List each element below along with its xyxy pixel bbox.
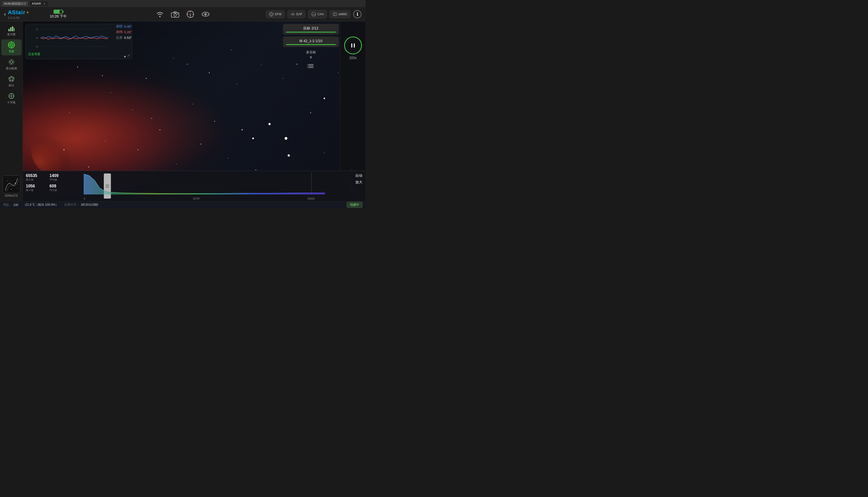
ra-label: 赤经 (116, 24, 122, 29)
zoom-button[interactable]: 放大 (355, 180, 363, 185)
svg-point-17 (270, 13, 272, 15)
temp-value: -21.9 ℃（制冷 100.0%） (24, 203, 58, 207)
histogram-x-labels: 0 32767 65535 (74, 197, 325, 200)
battery-time-section: 10:28 下午 (50, 10, 67, 19)
status-temp: -21.9 ℃（制冷 100.0%） (24, 203, 58, 207)
list-icon (307, 63, 314, 69)
main-content: 2" 0" -2" 正在导星 赤经 0.46" (23, 21, 366, 201)
svg-point-86 (88, 166, 89, 167)
compass-icon-btn[interactable] (186, 10, 195, 19)
expand-button[interactable]: ⤢ (127, 53, 130, 57)
tab-mumu[interactable]: MuMu模拟器12-2 (2, 1, 28, 6)
emmc-label: eMMC (339, 12, 348, 16)
guiding-overlay: 2" 0" -2" 正在导星 赤经 0.46" (25, 24, 132, 59)
pause-icon (350, 42, 356, 48)
tab-asiair[interactable]: ASIAIR ✕ (30, 1, 47, 5)
compass-icon (186, 10, 195, 19)
efw-badge[interactable]: EFW (266, 11, 284, 18)
avg-value-cell: 1409 平均值 (49, 173, 71, 183)
svg-point-60 (288, 154, 290, 157)
star-detect-label: 星点检测 (6, 67, 17, 70)
svg-point-95 (63, 149, 64, 150)
gain-label: 增益： (3, 203, 12, 207)
svg-point-93 (187, 64, 188, 65)
svg-rect-30 (9, 29, 10, 31)
svg-text:2": 2" (36, 28, 38, 31)
svg-rect-32 (12, 26, 13, 31)
svg-text:-2": -2" (35, 45, 38, 48)
hist-x-label-max: 65535 (308, 197, 315, 200)
avg-label: 平均值 (49, 178, 71, 182)
svg-point-84 (338, 72, 338, 73)
target-name: M 42_1-2 1/10 (299, 39, 322, 43)
ra-value-row: 赤经 0.46" (116, 24, 132, 29)
sidebar-item-histogram[interactable]: 直方图 (1, 23, 21, 38)
svg-point-55 (17, 188, 18, 188)
thumbnail-preview[interactable] (2, 175, 20, 193)
emmc-badge[interactable]: eMMC (330, 11, 350, 18)
svg-point-52 (8, 180, 8, 181)
info-button[interactable]: ℹ (353, 10, 362, 18)
logo-text: ASIair (8, 9, 26, 16)
capture-button[interactable]: 拍摄中 (347, 202, 363, 208)
svg-point-65 (111, 93, 111, 93)
list-view-button[interactable] (283, 61, 339, 71)
sidebar: 直方图 导星 星点检测 (0, 21, 23, 201)
svg-rect-31 (10, 27, 11, 31)
svg-text:CAA: CAA (311, 13, 316, 16)
camera-icon-btn[interactable] (171, 10, 180, 19)
svg-point-82 (283, 78, 283, 79)
svg-point-77 (137, 149, 138, 150)
crosshair-label: 十字线 (7, 101, 15, 104)
svg-rect-1 (171, 13, 179, 17)
svg-point-47 (9, 76, 14, 82)
total-value: 0.53" (124, 36, 132, 40)
sidebar-item-star-detect[interactable]: 星点检测 (1, 56, 21, 72)
annotate-label: 标注 (9, 84, 14, 87)
tab-close-btn[interactable]: ✕ (43, 2, 45, 5)
svg-point-66 (146, 78, 146, 79)
svg-point-0 (159, 16, 161, 17)
pause-button[interactable] (344, 37, 362, 54)
svg-point-61 (252, 138, 254, 139)
sidebar-item-annotate[interactable]: 标注 (1, 73, 21, 89)
telescope-icon-btn[interactable] (201, 10, 210, 19)
guiding-label: 导星 (9, 49, 14, 53)
star-indicator-dot (124, 56, 126, 57)
svg-point-78 (176, 164, 177, 164)
target-progress-bar (286, 32, 336, 32)
svg-point-89 (324, 152, 325, 153)
header: ‹ ASIair ✦ 2.3 11.56 10:28 下午 (0, 7, 366, 21)
star-detect-icon (8, 58, 15, 66)
histogram-controls: 自动 放大 (325, 171, 366, 201)
gain-value: 100 (13, 203, 18, 207)
multi-target-button[interactable]: 多目标 ∨ (283, 50, 339, 59)
back-button[interactable]: ‹ (4, 11, 6, 17)
svg-point-68 (209, 72, 210, 73)
sidebar-item-crosshair[interactable]: 十字线 (1, 90, 21, 106)
crosshair-icon (8, 93, 15, 100)
efw-label: EFW (275, 12, 282, 16)
caa-badge[interactable]: CAA CAA (308, 10, 327, 18)
guiding-icon (8, 41, 15, 48)
eaf-badge[interactable]: EAF (288, 11, 305, 18)
svg-point-75 (236, 84, 237, 84)
min-value-cell: 1056 最小值 (26, 184, 47, 194)
svg-point-69 (231, 49, 232, 50)
wifi-icon-btn[interactable] (155, 10, 164, 19)
svg-point-36 (11, 44, 12, 45)
title-bar: MuMu模拟器12-2 ASIAIR ✕ (0, 0, 366, 7)
svg-point-72 (159, 129, 160, 130)
total-value-row: 总差 0.53" (116, 35, 132, 40)
multi-target-chevron-icon: ∨ (309, 55, 312, 59)
sidebar-item-guiding[interactable]: 导星 (1, 39, 21, 55)
svg-point-53 (15, 183, 15, 184)
svg-rect-22 (291, 14, 295, 15)
multi-target-label: 多目标 (306, 50, 316, 55)
target-panel: 目标 2/12 M 42_1-2 1/10 多目标 ∨ (283, 24, 339, 71)
target-label: 目标 2/12 (303, 26, 318, 30)
auto-button[interactable]: 自动 (355, 173, 363, 178)
svg-point-63 (324, 98, 325, 99)
svg-point-79 (201, 144, 201, 144)
total-label: 总差 (116, 35, 122, 40)
